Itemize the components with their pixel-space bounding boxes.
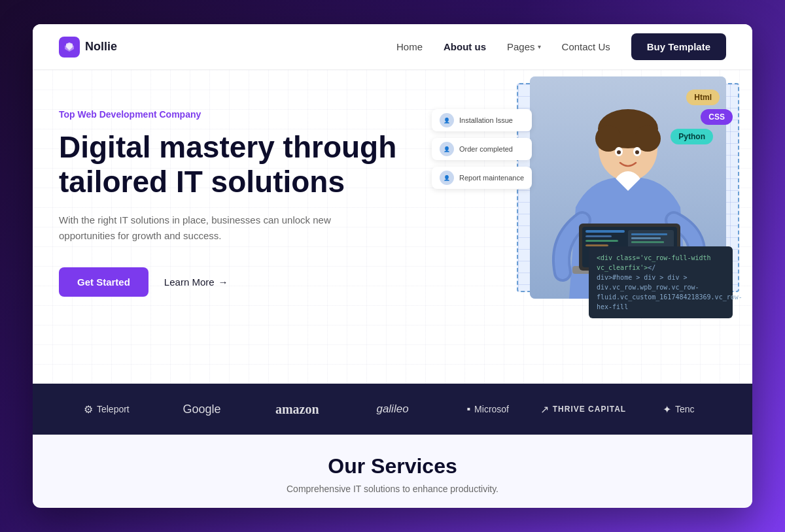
hero-title: Digital mastery through tailored IT solu… bbox=[59, 130, 412, 199]
thrive-icon: ↗ bbox=[540, 403, 549, 416]
logos-band: ⚙ Teleport Google amazon galileo ▪ Micro… bbox=[33, 384, 752, 435]
task-label-2: Order completed bbox=[459, 145, 513, 153]
logo-icon bbox=[59, 37, 80, 58]
buy-template-button[interactable]: Buy Template bbox=[631, 33, 726, 60]
services-section: Our Services Comprehensive IT solutions … bbox=[33, 435, 752, 507]
logo-microsoft: ▪ Microsof bbox=[440, 403, 536, 415]
task-item-3: 👤 Report maintenance bbox=[432, 167, 532, 189]
tenc-icon: ✦ bbox=[663, 403, 671, 416]
hero-description: With the right IT solutions in place, bu… bbox=[59, 212, 334, 244]
svg-rect-21 bbox=[631, 241, 664, 243]
logo-tenc: ✦ Tenc bbox=[631, 403, 726, 416]
chevron-down-icon: ▾ bbox=[538, 43, 541, 50]
task-avatar-1: 👤 bbox=[440, 113, 454, 127]
nav-pages[interactable]: Pages ▾ bbox=[507, 41, 541, 52]
svg-rect-20 bbox=[631, 237, 661, 239]
svg-rect-19 bbox=[631, 233, 667, 235]
nav-links: Home About us Pages ▾ Contact Us Buy Tem… bbox=[396, 33, 726, 60]
hero-section: Top Web Development Company Digital mast… bbox=[33, 70, 752, 384]
logo-google: Google bbox=[154, 403, 250, 416]
task-item-2: 👤 Order completed bbox=[432, 138, 532, 160]
navbar: Nollie Home About us Pages ▾ Contact Us … bbox=[33, 24, 752, 70]
hero-tag: Top Web Development Company bbox=[59, 109, 412, 120]
task-item-1: 👤 Installation Issue bbox=[432, 109, 532, 131]
browser-window: Nollie Home About us Pages ▾ Contact Us … bbox=[33, 24, 752, 508]
hero-right: Html CSS Python 👤 Installation Issue 👤 O… bbox=[425, 83, 739, 357]
logo-teleport: ⚙ Teleport bbox=[59, 403, 154, 416]
svg-rect-14 bbox=[585, 230, 625, 233]
task-avatar-2: 👤 bbox=[440, 142, 454, 156]
logo-amazon: amazon bbox=[249, 402, 345, 417]
tag-python: Python bbox=[671, 129, 713, 144]
tag-css: CSS bbox=[701, 109, 733, 125]
task-avatar-3: 👤 bbox=[440, 171, 454, 185]
logo-thrive: ↗ THRIVE CAPITAL bbox=[536, 403, 631, 416]
logo[interactable]: Nollie bbox=[59, 37, 117, 58]
svg-point-8 bbox=[617, 150, 621, 154]
tag-html: Html bbox=[686, 90, 720, 105]
teleport-icon: ⚙ bbox=[84, 403, 93, 416]
nav-home[interactable]: Home bbox=[396, 41, 423, 52]
nav-contact[interactable]: Contact Us bbox=[562, 41, 610, 52]
hero-left: Top Web Development Company Digital mast… bbox=[59, 96, 412, 384]
task-label-1: Installation Issue bbox=[459, 116, 513, 124]
arrow-right-icon: → bbox=[218, 276, 228, 288]
svg-rect-15 bbox=[585, 235, 612, 237]
learn-more-button[interactable]: Learn More → bbox=[164, 276, 228, 288]
svg-point-9 bbox=[635, 150, 639, 154]
task-label-3: Report maintenance bbox=[459, 174, 524, 182]
hero-actions: Get Started Learn More → bbox=[59, 267, 412, 297]
services-title: Our Services bbox=[59, 454, 726, 478]
services-subtitle: Comprehensive IT solutions to enhance pr… bbox=[59, 484, 726, 494]
svg-rect-16 bbox=[585, 240, 618, 242]
task-list: 👤 Installation Issue 👤 Order completed 👤… bbox=[432, 109, 532, 189]
code-snippet: <div class='vc_row-full-width vc_clearfi… bbox=[589, 246, 733, 318]
logo-name: Nollie bbox=[85, 40, 117, 54]
nav-about[interactable]: About us bbox=[444, 41, 486, 52]
microsoft-icon: ▪ bbox=[466, 403, 470, 415]
get-started-button[interactable]: Get Started bbox=[59, 267, 148, 297]
logo-galileo: galileo bbox=[345, 403, 440, 416]
